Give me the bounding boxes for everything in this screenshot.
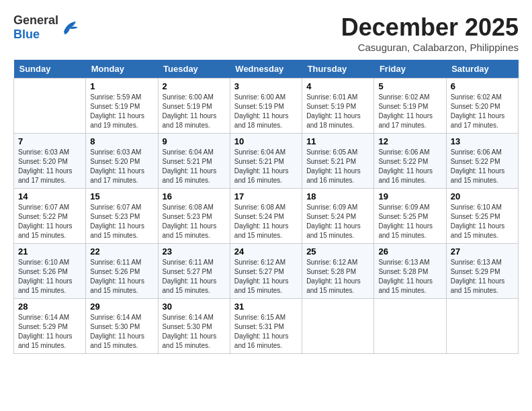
day-number: 5 bbox=[378, 81, 441, 91]
day-number: 4 bbox=[306, 81, 369, 91]
day-info: Sunrise: 6:08 AM Sunset: 5:23 PM Dayligh… bbox=[163, 203, 226, 240]
calendar-cell: 4Sunrise: 6:01 AM Sunset: 5:19 PM Daylig… bbox=[302, 79, 374, 134]
calendar-cell: 5Sunrise: 6:02 AM Sunset: 5:19 PM Daylig… bbox=[374, 79, 446, 134]
day-info: Sunrise: 6:00 AM Sunset: 5:19 PM Dayligh… bbox=[163, 93, 226, 130]
logo-bird-icon bbox=[60, 17, 80, 38]
weekday-header-row: SundayMondayTuesdayWednesdayThursdayFrid… bbox=[14, 60, 519, 79]
day-number: 1 bbox=[90, 81, 153, 91]
day-number: 28 bbox=[18, 302, 81, 312]
day-info: Sunrise: 6:06 AM Sunset: 5:22 PM Dayligh… bbox=[451, 148, 514, 185]
calendar-cell: 28Sunrise: 6:14 AM Sunset: 5:29 PM Dayli… bbox=[14, 299, 86, 354]
day-number: 13 bbox=[451, 136, 514, 146]
day-number: 20 bbox=[451, 191, 514, 201]
weekday-header-friday: Friday bbox=[374, 60, 446, 79]
weekday-header-tuesday: Tuesday bbox=[158, 60, 230, 79]
logo-blue: Blue bbox=[13, 28, 58, 42]
month-title: December 2025 bbox=[341, 13, 519, 42]
day-info: Sunrise: 6:01 AM Sunset: 5:19 PM Dayligh… bbox=[306, 93, 369, 130]
day-info: Sunrise: 6:12 AM Sunset: 5:28 PM Dayligh… bbox=[306, 258, 369, 295]
day-number: 19 bbox=[378, 191, 441, 201]
day-info: Sunrise: 6:09 AM Sunset: 5:25 PM Dayligh… bbox=[378, 203, 441, 240]
day-info: Sunrise: 6:11 AM Sunset: 5:27 PM Dayligh… bbox=[163, 258, 226, 295]
day-number: 9 bbox=[163, 136, 226, 146]
day-info: Sunrise: 6:00 AM Sunset: 5:19 PM Dayligh… bbox=[234, 93, 298, 130]
calendar-cell: 18Sunrise: 6:09 AM Sunset: 5:24 PM Dayli… bbox=[302, 189, 374, 244]
location: Casuguran, Calabarzon, Philippines bbox=[341, 42, 519, 53]
day-number: 7 bbox=[18, 136, 81, 146]
day-info: Sunrise: 6:13 AM Sunset: 5:29 PM Dayligh… bbox=[451, 258, 514, 295]
calendar-cell: 14Sunrise: 6:07 AM Sunset: 5:22 PM Dayli… bbox=[14, 189, 86, 244]
day-number: 14 bbox=[18, 191, 81, 201]
day-info: Sunrise: 6:07 AM Sunset: 5:22 PM Dayligh… bbox=[18, 203, 81, 240]
day-info: Sunrise: 6:07 AM Sunset: 5:23 PM Dayligh… bbox=[90, 203, 153, 240]
day-number: 8 bbox=[90, 136, 153, 146]
calendar-cell: 31Sunrise: 6:15 AM Sunset: 5:31 PM Dayli… bbox=[230, 299, 302, 354]
calendar-cell: 24Sunrise: 6:12 AM Sunset: 5:27 PM Dayli… bbox=[230, 244, 302, 299]
day-number: 18 bbox=[306, 191, 369, 201]
calendar-cell: 20Sunrise: 6:10 AM Sunset: 5:25 PM Dayli… bbox=[446, 189, 518, 244]
weekday-header-saturday: Saturday bbox=[446, 60, 518, 79]
weekday-header-thursday: Thursday bbox=[302, 60, 374, 79]
weekday-header-sunday: Sunday bbox=[14, 60, 86, 79]
calendar-cell: 2Sunrise: 6:00 AM Sunset: 5:19 PM Daylig… bbox=[158, 79, 230, 134]
calendar-cell: 13Sunrise: 6:06 AM Sunset: 5:22 PM Dayli… bbox=[446, 134, 518, 189]
day-number: 25 bbox=[306, 246, 369, 257]
day-number: 2 bbox=[163, 81, 226, 91]
day-number: 21 bbox=[18, 246, 81, 257]
day-number: 11 bbox=[306, 136, 369, 146]
calendar-cell: 22Sunrise: 6:11 AM Sunset: 5:26 PM Dayli… bbox=[86, 244, 158, 299]
day-number: 26 bbox=[378, 246, 441, 257]
calendar-cell: 30Sunrise: 6:14 AM Sunset: 5:30 PM Dayli… bbox=[158, 299, 230, 354]
calendar-cell bbox=[14, 79, 86, 134]
day-number: 24 bbox=[234, 246, 298, 257]
day-info: Sunrise: 6:14 AM Sunset: 5:29 PM Dayligh… bbox=[18, 313, 81, 351]
day-number: 29 bbox=[90, 302, 153, 312]
calendar-cell: 17Sunrise: 6:08 AM Sunset: 5:24 PM Dayli… bbox=[230, 189, 302, 244]
calendar-cell: 12Sunrise: 6:06 AM Sunset: 5:22 PM Dayli… bbox=[374, 134, 446, 189]
day-info: Sunrise: 5:59 AM Sunset: 5:19 PM Dayligh… bbox=[90, 93, 153, 130]
calendar-cell: 25Sunrise: 6:12 AM Sunset: 5:28 PM Dayli… bbox=[302, 244, 374, 299]
calendar-cell: 1Sunrise: 5:59 AM Sunset: 5:19 PM Daylig… bbox=[86, 79, 158, 134]
week-row-5: 28Sunrise: 6:14 AM Sunset: 5:29 PM Dayli… bbox=[14, 299, 519, 354]
day-number: 3 bbox=[234, 81, 298, 91]
weekday-header-wednesday: Wednesday bbox=[230, 60, 302, 79]
day-info: Sunrise: 6:14 AM Sunset: 5:30 PM Dayligh… bbox=[90, 313, 153, 351]
day-info: Sunrise: 6:04 AM Sunset: 5:21 PM Dayligh… bbox=[163, 148, 226, 185]
day-info: Sunrise: 6:10 AM Sunset: 5:26 PM Dayligh… bbox=[18, 258, 81, 295]
week-row-2: 7Sunrise: 6:03 AM Sunset: 5:20 PM Daylig… bbox=[14, 134, 519, 189]
week-row-4: 21Sunrise: 6:10 AM Sunset: 5:26 PM Dayli… bbox=[14, 244, 519, 299]
day-number: 30 bbox=[163, 302, 226, 312]
calendar-cell: 8Sunrise: 6:03 AM Sunset: 5:20 PM Daylig… bbox=[86, 134, 158, 189]
day-number: 22 bbox=[90, 246, 153, 257]
day-info: Sunrise: 6:02 AM Sunset: 5:19 PM Dayligh… bbox=[378, 93, 441, 130]
day-number: 6 bbox=[451, 81, 514, 91]
day-number: 12 bbox=[378, 136, 441, 146]
day-number: 23 bbox=[163, 246, 226, 257]
day-info: Sunrise: 6:14 AM Sunset: 5:30 PM Dayligh… bbox=[163, 313, 226, 351]
day-info: Sunrise: 6:09 AM Sunset: 5:24 PM Dayligh… bbox=[306, 203, 369, 240]
calendar-cell: 15Sunrise: 6:07 AM Sunset: 5:23 PM Dayli… bbox=[86, 189, 158, 244]
calendar-cell: 19Sunrise: 6:09 AM Sunset: 5:25 PM Dayli… bbox=[374, 189, 446, 244]
week-row-1: 1Sunrise: 5:59 AM Sunset: 5:19 PM Daylig… bbox=[14, 79, 519, 134]
page-header: General Blue December 2025 Casuguran, Ca… bbox=[13, 13, 519, 53]
day-info: Sunrise: 6:13 AM Sunset: 5:28 PM Dayligh… bbox=[378, 258, 441, 295]
calendar-table: SundayMondayTuesdayWednesdayThursdayFrid… bbox=[13, 60, 519, 354]
day-info: Sunrise: 6:12 AM Sunset: 5:27 PM Dayligh… bbox=[234, 258, 298, 295]
calendar-cell: 3Sunrise: 6:00 AM Sunset: 5:19 PM Daylig… bbox=[230, 79, 302, 134]
week-row-3: 14Sunrise: 6:07 AM Sunset: 5:22 PM Dayli… bbox=[14, 189, 519, 244]
calendar-cell: 6Sunrise: 6:02 AM Sunset: 5:20 PM Daylig… bbox=[446, 79, 518, 134]
day-number: 16 bbox=[163, 191, 226, 201]
day-number: 31 bbox=[234, 302, 298, 312]
calendar-cell bbox=[374, 299, 446, 354]
day-info: Sunrise: 6:02 AM Sunset: 5:20 PM Dayligh… bbox=[451, 93, 514, 130]
day-info: Sunrise: 6:04 AM Sunset: 5:21 PM Dayligh… bbox=[234, 148, 298, 185]
day-number: 17 bbox=[234, 191, 298, 201]
calendar-cell: 9Sunrise: 6:04 AM Sunset: 5:21 PM Daylig… bbox=[158, 134, 230, 189]
calendar-cell: 11Sunrise: 6:05 AM Sunset: 5:21 PM Dayli… bbox=[302, 134, 374, 189]
calendar-cell bbox=[446, 299, 518, 354]
day-info: Sunrise: 6:10 AM Sunset: 5:25 PM Dayligh… bbox=[451, 203, 514, 240]
day-info: Sunrise: 6:06 AM Sunset: 5:22 PM Dayligh… bbox=[378, 148, 441, 185]
day-info: Sunrise: 6:11 AM Sunset: 5:26 PM Dayligh… bbox=[90, 258, 153, 295]
calendar-cell bbox=[302, 299, 374, 354]
day-info: Sunrise: 6:03 AM Sunset: 5:20 PM Dayligh… bbox=[18, 148, 81, 185]
